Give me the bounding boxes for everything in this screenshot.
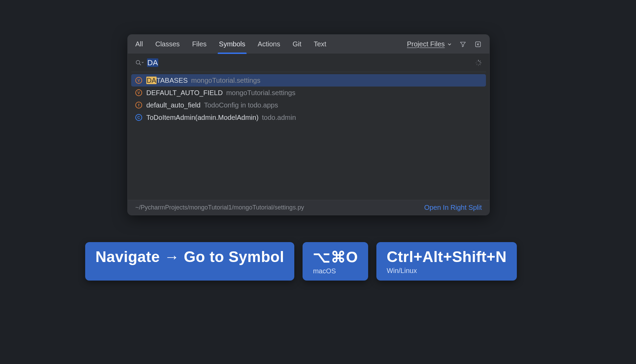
result-row[interactable]: VDEFAULT_AUTO_FIELDmongoTutorial.setting…: [131, 87, 486, 99]
result-path: ~/PycharmProjects/mongoTutorial1/mongoTu…: [135, 204, 304, 211]
menu-path-text: Navigate → Go to Symbol: [95, 248, 284, 265]
tab-all[interactable]: All: [135, 35, 143, 54]
open-in-tool-window-icon[interactable]: [474, 41, 482, 48]
filter-icon[interactable]: [459, 41, 467, 48]
result-text: DATABASESmongoTutorial.settings: [146, 77, 260, 84]
search-icon: [135, 59, 144, 66]
tab-symbols[interactable]: Symbols: [219, 35, 246, 54]
mac-shortcut-label: macOS: [313, 267, 358, 275]
svg-line-2: [139, 64, 141, 65]
symbol-name: DEFAULT_AUTO_FIELD: [146, 89, 223, 97]
symbol-location: todo.admin: [262, 114, 296, 122]
search-row: DA: [128, 54, 489, 72]
symbol-type-badge: V: [135, 89, 142, 96]
menu-path-card: Navigate → Go to Symbol: [85, 242, 294, 281]
search-query: DA: [147, 58, 158, 67]
search-everywhere-popup: AllClassesFilesSymbolsActionsGitText Pro…: [127, 34, 490, 215]
open-in-right-split-link[interactable]: Open In Right Split: [424, 204, 482, 212]
tabs-row: AllClassesFilesSymbolsActionsGitText Pro…: [128, 35, 489, 54]
win-shortcut-label: Win/Linux: [387, 267, 507, 275]
result-text: default_auto_fieldTodoConfig in todo.app…: [146, 101, 278, 109]
svg-line-8: [476, 64, 477, 65]
shortcut-cards: Navigate → Go to Symbol ⌥⌘O macOS Ctrl+A…: [85, 242, 517, 281]
tab-actions[interactable]: Actions: [258, 35, 280, 54]
tab-files[interactable]: Files: [192, 35, 206, 54]
result-row[interactable]: VDATABASESmongoTutorial.settings: [131, 74, 486, 87]
symbol-name: default_auto_field: [146, 101, 201, 109]
symbol-name: ToDoItemAdmin(admin.ModelAdmin): [146, 114, 259, 122]
symbol-name: DATABASES: [146, 77, 188, 84]
tab-git[interactable]: Git: [293, 35, 302, 54]
loading-spinner-icon: [475, 59, 482, 66]
search-input[interactable]: DA: [147, 58, 472, 67]
symbol-location: mongoTutorial.settings: [226, 89, 296, 97]
chevron-down-icon: [447, 42, 452, 46]
win-shortcut-keys: Ctrl+Alt+Shift+N: [387, 248, 507, 265]
svg-point-1: [136, 60, 140, 64]
result-text: DEFAULT_AUTO_FIELDmongoTutorial.settings: [146, 89, 295, 97]
symbol-type-badge: C: [135, 114, 142, 121]
symbol-type-badge: f: [135, 102, 142, 109]
result-row[interactable]: CToDoItemAdmin(admin.ModelAdmin)todo.adm…: [131, 111, 486, 124]
svg-line-10: [476, 61, 477, 61]
popup-footer: ~/PycharmProjects/mongoTutorial1/mongoTu…: [128, 200, 489, 215]
tab-text[interactable]: Text: [314, 35, 326, 54]
symbol-location: mongoTutorial.settings: [191, 77, 261, 84]
mac-shortcut-keys: ⌥⌘O: [313, 248, 358, 266]
symbol-type-badge: V: [135, 77, 142, 84]
result-row[interactable]: fdefault_auto_fieldTodoConfig in todo.ap…: [131, 99, 486, 111]
symbol-location: TodoConfig in todo.apps: [204, 101, 278, 109]
svg-line-4: [480, 61, 480, 61]
win-shortcut-card: Ctrl+Alt+Shift+N Win/Linux: [376, 242, 517, 281]
scope-label: Project Files: [407, 40, 445, 48]
scope-dropdown[interactable]: Project Files: [407, 40, 452, 48]
svg-line-6: [480, 64, 480, 65]
results-list: VDATABASESmongoTutorial.settingsVDEFAULT…: [128, 72, 489, 200]
mac-shortcut-card: ⌥⌘O macOS: [303, 242, 368, 281]
result-text: ToDoItemAdmin(admin.ModelAdmin)todo.admi…: [146, 114, 296, 122]
tab-classes[interactable]: Classes: [155, 35, 180, 54]
